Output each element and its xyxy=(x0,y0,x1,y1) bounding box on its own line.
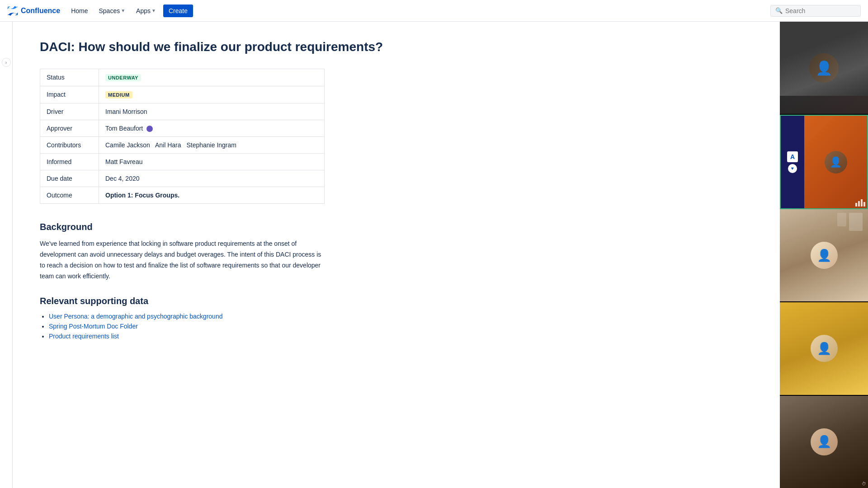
approver-value: Tom Beaufort xyxy=(99,120,325,137)
supporting-list: User Persona: a demographic and psychogr… xyxy=(40,313,753,340)
contributors-value: Camile Jackson Anil Hara Stephanie Ingra… xyxy=(99,137,325,154)
outcome-label: Outcome xyxy=(40,187,99,204)
avatar xyxy=(146,126,153,132)
apps-nav-link[interactable]: Apps ▼ xyxy=(132,5,160,16)
page-content: DACI: How should we finalize our product… xyxy=(13,22,780,488)
driver-label: Driver xyxy=(40,103,99,120)
spaces-nav-link[interactable]: Spaces ▼ xyxy=(95,5,129,16)
status-badge: UNDERWAY xyxy=(105,74,141,81)
table-row: Outcome Option 1: Focus Groups. xyxy=(40,187,325,204)
background-title: Background xyxy=(40,222,753,232)
spaces-chevron-icon: ▼ xyxy=(121,8,125,13)
home-nav-link[interactable]: Home xyxy=(67,5,91,16)
status-value: UNDERWAY xyxy=(99,69,325,86)
due-date-value: Dec 4, 2020 xyxy=(99,170,325,187)
sidebar-toggle-button[interactable]: › xyxy=(2,58,11,67)
top-navigation: Confluence Home Spaces ▼ Apps ▼ Create 🔍 xyxy=(0,0,868,22)
logo-label: Confluence xyxy=(21,7,60,15)
driver-value: Imani Morrison xyxy=(99,103,325,120)
list-item: Product requirements list xyxy=(49,333,753,340)
confluence-logo[interactable]: Confluence xyxy=(7,5,60,16)
main-layout: › DACI: How should we finalize our produ… xyxy=(0,22,868,488)
background-section: Background We've learned from experience… xyxy=(40,222,753,282)
informed-value: Matt Favreau xyxy=(99,154,325,170)
supporting-title: Relevant supporting data xyxy=(40,296,753,306)
apps-chevron-icon: ▼ xyxy=(151,8,156,13)
list-item: Spring Post-Mortum Doc Folder xyxy=(49,323,753,330)
informed-label: Informed xyxy=(40,154,99,170)
spring-post-mortum-link[interactable]: Spring Post-Mortum Doc Folder xyxy=(49,323,138,330)
page-title: DACI: How should we finalize our product… xyxy=(40,40,753,54)
status-label: Status xyxy=(40,69,99,86)
supporting-data-section: Relevant supporting data User Persona: a… xyxy=(40,296,753,340)
table-row: Due date Dec 4, 2020 xyxy=(40,170,325,187)
impact-value: MEDIUM xyxy=(99,86,325,103)
video-tile-4: 👤 xyxy=(780,302,868,395)
search-icon: 🔍 xyxy=(775,7,783,14)
table-row: Impact MEDIUM xyxy=(40,86,325,103)
outcome-value: Option 1: Focus Groups. xyxy=(99,187,325,204)
sidebar-toggle-area: › xyxy=(0,22,13,488)
atlassian-panel: A ♥ xyxy=(781,116,804,208)
due-date-label: Due date xyxy=(40,170,99,187)
video-panel: 👤 A ♥ xyxy=(780,22,868,488)
search-box[interactable]: 🔍 xyxy=(770,5,861,17)
contributors-label: Contributors xyxy=(40,137,99,154)
daci-table: Status UNDERWAY Impact MEDIUM Driver Ima… xyxy=(40,69,325,204)
video-tile-5: 👤 ⏱ xyxy=(780,396,868,488)
user-persona-link[interactable]: User Persona: a demographic and psychogr… xyxy=(49,313,222,320)
create-button[interactable]: Create xyxy=(163,5,193,17)
video-tile-3: 👤 xyxy=(780,209,868,302)
product-requirements-link[interactable]: Product requirements list xyxy=(49,333,119,340)
list-item: User Persona: a demographic and psychogr… xyxy=(49,313,753,320)
person2-video: 👤 xyxy=(804,116,867,208)
impact-badge: MEDIUM xyxy=(105,91,132,99)
table-row: Approver Tom Beaufort xyxy=(40,120,325,137)
video-tile-2: A ♥ 👤 xyxy=(780,115,868,209)
table-row: Informed Matt Favreau xyxy=(40,154,325,170)
impact-label: Impact xyxy=(40,86,99,103)
approver-label: Approver xyxy=(40,120,99,137)
background-body: We've learned from experience that locki… xyxy=(40,239,325,282)
search-input[interactable] xyxy=(785,7,849,14)
table-row: Status UNDERWAY xyxy=(40,69,325,86)
table-row: Contributors Camile Jackson Anil Hara St… xyxy=(40,137,325,154)
table-row: Driver Imani Morrison xyxy=(40,103,325,120)
video-tile-1: 👤 xyxy=(780,22,868,115)
